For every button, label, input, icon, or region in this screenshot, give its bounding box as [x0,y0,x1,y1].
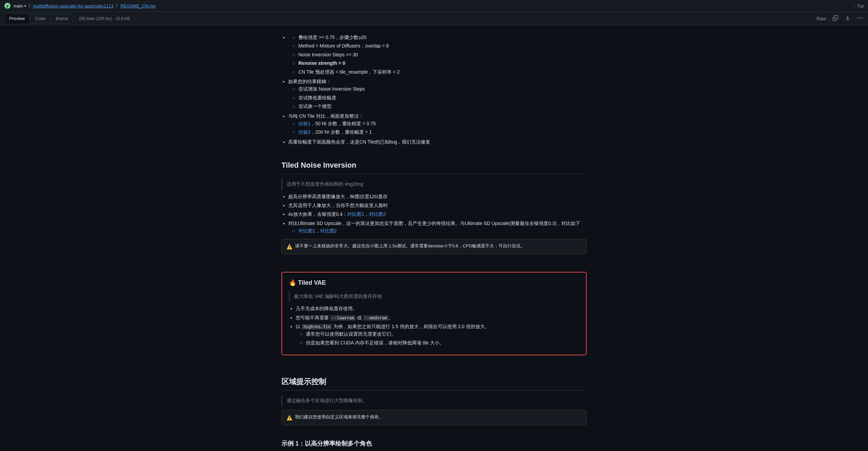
top-link-area: ↑ Top [854,3,864,8]
regional-control-heading: 区域提示控制 [281,376,587,391]
regional-warning-text: 我们建议您使用自定义区域来填充整个画布。 [295,414,383,421]
bad-results-list: 尝试增加 Noise Inversion Steps 尝试降低重绘幅度 尝试换一… [298,85,587,110]
list-item: 对比Ultimate SD Upscale，这一的算法更加忠实于原图，且产生更少… [288,220,587,235]
tiled-noise-blockquote: 适用于不想改变作画结构的 Img2Img [281,179,587,189]
copy-button[interactable] [831,14,840,23]
compare2-link[interactable]: 比较2 [298,129,311,135]
path-separator: / [29,3,30,8]
code-medvram: --medvram [363,315,389,321]
tab-group: Preview Code Blame [4,14,73,23]
bold-text: Renoise strength = 0 [298,60,345,66]
github-logo [4,2,11,9]
tiled-vae-blockquote: 极大降低 VAE 编解码大图所需的显存开销 [289,291,579,301]
list-item: 几乎无成本的降低显存使用。 [296,305,579,312]
upscale-compare-list: 对比图1，对比图2 [298,227,587,234]
list-item: 通常您可以使用默认设置而无需更改它们。 [306,330,579,338]
tiled-noise-list: 超高分辨率高质量图像放大，8k图仅需12G显存 尤其适用于人像放大，当你不想大幅… [288,193,587,235]
list-item: 尤其适用于人像放大，当你不想大幅改变人脸时 [288,202,587,209]
warning-icon2: ⚠️ [287,414,292,421]
list-item: 以 highres.fix 为例，如果您之前只能进行 1.5 倍的放大，则现在可… [296,323,579,346]
list-item: 但是如果您看到 CUDA 内存不足错误，请相对降低两项 tile 大小。 [306,339,579,346]
warning-icon: ⚠️ [287,243,292,250]
compare1-link[interactable]: 比较1 [298,121,311,126]
regional-warning: ⚠️ 我们建议您使用自定义区域来填充整个画布。 [281,410,587,425]
tiled-vae-sub-list: 通常您可以使用默认设置而无需更改它们。 但是如果您看到 CUDA 内存不足错误，… [306,330,579,346]
content-area: 叠绘强度 >= 0.75，步骤少数≥20 Method = Mixture of… [268,25,600,451]
toolbar-actions: Raw [815,14,864,23]
list-item: 尝试换一个模型 [298,102,587,110]
list-item: Method = Mixture of Diffusers，overlap = … [298,42,587,50]
warning-text: 请不要一上来就放的非常大。建议先在小图上用 1.5x测试。通常需要denoise… [295,243,525,250]
tiled-noise-inversion-heading: Tiled Noise Inversion [281,159,587,174]
compare-img4-link[interactable]: 对比图2 [320,228,337,233]
list-item: 尝试降低重绘幅度 [298,94,587,101]
compare-img1-link[interactable]: 对比图1 [347,211,364,217]
code-highresfix: highres.fix [302,324,332,330]
example1-heading: 示例 1：以高分辨率绘制多个角色 [281,439,587,449]
path-separator2: / [116,3,118,8]
list-item: 叠绘强度 >= 0.75，步骤少数≥20 [298,34,587,41]
compare-img2-link[interactable]: 对比图2 [369,211,386,217]
compare-img3-link[interactable]: 对比图1 [298,228,315,233]
cn-tile-settings-list: 叠绘强度 >= 0.75，步骤少数≥20 Method = Mixture of… [288,34,587,146]
list-item: CN Tile 预处理器 = tile_resample，下采样率 = 2 [298,68,587,76]
repo-link[interactable]: multidiffusion-upscaler-for-automatic111… [33,3,114,8]
list-item: Noise Inversion Steps >= 30 [298,51,587,58]
more-options-button[interactable] [856,14,864,23]
branch-name: main [14,3,23,8]
download-button[interactable] [844,14,852,23]
branch-selector[interactable]: main ▾ [14,3,26,8]
tiled-noise-warning: ⚠️ 请不要一上来就放的非常大。建议先在小图上用 1.5x测试。通常需要deno… [281,239,587,254]
tiled-vae-box: 🔥 Tiled VAE 极大降低 VAE 编解码大图所需的显存开销 几乎无成本的… [281,272,587,355]
regional-blockquote: 通过融合多个区域进行大型图像绘制。 [281,395,587,406]
list-item: 对比图1，对比图2 [298,227,587,234]
list-item: 叠绘强度 >= 0.75，步骤少数≥20 Method = Mixture of… [288,34,587,76]
top-link[interactable]: Top [857,3,864,8]
list-item: 您可能不再需要 --lowvram 或 --medvram。 [296,314,579,321]
list-item: 与纯 CN Tile 对比，画面更加整洁： 比较1，50 NI 步数，重绘精度 … [288,112,587,136]
list-item: 如果您的结果模糊： 尝试增加 Noise Inversion Steps 尝试降… [288,78,587,110]
cn-tile-compare-list: 比较1，50 NI 步数，重绘精度 = 0.75 比较2，200 NI 步数，重… [298,120,587,136]
list-item: 尝试增加 Noise Inversion Steps [298,85,587,93]
tiled-vae-title: 🔥 Tiled VAE [289,278,579,288]
list-item: Renoise strength = 0 [298,59,587,67]
list-item: 比较2，200 NI 步数，重绘幅度 = 1 [298,128,587,136]
file-toolbar: Preview Code Blame 292 lines (205 loc) ·… [0,12,868,25]
cn-tile-sub-list: 叠绘强度 >= 0.75，步骤少数≥20 Method = Mixture of… [298,34,587,76]
code-lowvram: --lowvram [330,315,356,321]
tab-code[interactable]: Code [30,14,51,23]
tab-preview[interactable]: Preview [4,14,30,23]
arrow-up-icon: ↑ [854,4,856,8]
chevron-down-icon: ▾ [24,4,26,8]
list-item: 比较1，50 NI 步数，重绘精度 = 0.75 [298,120,587,127]
tab-blame[interactable]: Blame [51,14,73,23]
file-link[interactable]: README_CN.md [120,3,155,8]
file-meta: 292 lines (205 loc) · 15.8 KB [79,16,130,21]
raw-button[interactable]: Raw [815,15,827,23]
list-item: 高重绘幅度下面面颜色会变，这是CN Tile的已知bug，我们无法修复 [288,138,587,146]
tiled-vae-list: 几乎无成本的降低显存使用。 您可能不再需要 --lowvram 或 --medv… [296,305,579,346]
topbar: main ▾ / multidiffusion-upscaler-for-aut… [0,0,868,12]
list-item: 超高分辨率高质量图像放大，8k图仅需12G显存 [288,193,587,200]
list-item: 4x放大效果，去噪强度0.4：对比图1，对比图2 [288,210,587,218]
